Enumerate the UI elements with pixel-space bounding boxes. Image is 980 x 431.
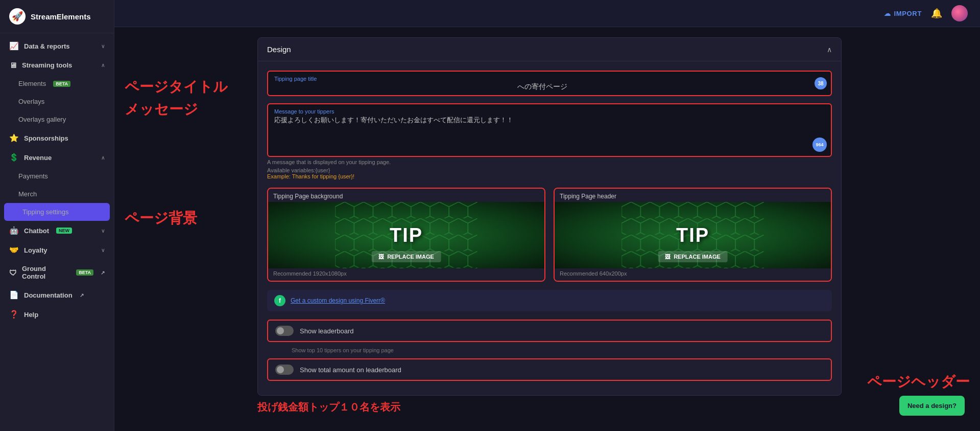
bg-image-card: Tipping Page background: [267, 188, 545, 282]
app-name: StreamElements: [31, 12, 91, 21]
show-leaderboard-row: Show leaderboard Show top 10 tippers on …: [267, 320, 832, 353]
sidebar-item-label: Payments: [18, 172, 48, 180]
sidebar-item-overlays[interactable]: Overlays: [0, 93, 114, 110]
design-section-header: Design ∧: [258, 38, 841, 61]
show-leaderboard-label: Show leaderboard: [300, 327, 354, 335]
replace-image-button-bg[interactable]: 🖼 REPLACE IMAGE: [371, 251, 441, 262]
design-body: Tipping page title 38 Message to your ti…: [258, 61, 841, 395]
show-leaderboard-hint: Show top 10 tippers on your tipping page: [267, 347, 832, 353]
sidebar-item-tipping-settings[interactable]: Tipping settings: [4, 203, 110, 221]
chevron-icon: ∧: [101, 62, 105, 68]
bg-image-preview: TIP 🖼 REPLACE IMAGE: [268, 202, 544, 268]
show-total-row: Show total amount on leaderboard: [267, 358, 832, 381]
page-body: ページタイトル メッセージ ページ背景 Design ∧: [114, 27, 980, 431]
sidebar-item-revenue[interactable]: 💲 Revenue ∧: [0, 148, 114, 167]
streaming-tools-icon: 🖥: [9, 61, 17, 70]
sidebar-item-loyalty[interactable]: 🤝 Loyalty ∨: [0, 240, 114, 260]
external-icon: ↗: [101, 270, 105, 276]
external-icon: ↗: [80, 292, 84, 298]
message-hint1: A message that is displayed on your tipp…: [267, 159, 832, 165]
sidebar-item-sponsorships[interactable]: ⭐ Sponsorships: [0, 128, 114, 148]
sidebar-item-overlays-gallery[interactable]: Overlays gallery: [0, 110, 114, 128]
message-hint2: Available variables:{user}: [267, 167, 832, 173]
sidebar-item-chatbot[interactable]: 🤖 Chatbot NEW ∨: [0, 221, 114, 240]
cloud-upload-icon: ☁: [884, 10, 891, 17]
sidebar-item-label: Documentation: [24, 291, 73, 299]
sidebar-item-label: Ground Control: [22, 265, 69, 280]
header-image-preview: TIP 🖼 REPLACE IMAGE: [555, 202, 831, 268]
topbar: ☁ IMPORT 🔔: [114, 0, 980, 27]
tip-display-bg: TIP: [390, 224, 423, 246]
sidebar-item-label: Loyalty: [24, 246, 47, 254]
collapse-icon[interactable]: ∧: [827, 46, 832, 54]
import-button[interactable]: ☁ IMPORT: [884, 10, 922, 17]
sidebar-item-documentation[interactable]: 📄 Documentation ↗: [0, 285, 114, 305]
tipping-title-input[interactable]: [274, 83, 810, 91]
sidebar: 🚀 StreamElements 📈 Data & reports ∨ 🖥 St…: [0, 0, 114, 431]
toggle-section: Show leaderboard Show top 10 tippers on …: [267, 320, 832, 381]
design-card: Design ∧ Tipping page title 38: [257, 37, 842, 396]
sidebar-item-payments[interactable]: Payments: [0, 167, 114, 185]
content-wrap: ページタイトル メッセージ ページ背景 Design ∧: [114, 27, 980, 396]
show-leaderboard-toggle-row: Show leaderboard: [267, 320, 832, 342]
user-avatar[interactable]: [951, 5, 968, 21]
sidebar-item-label: Chatbot: [24, 227, 49, 235]
show-total-toggle[interactable]: [275, 365, 294, 375]
ground-control-icon: 🛡: [9, 268, 17, 277]
annotation-leaderboard: 投げ銭金額トップ１０名を表示: [257, 401, 400, 413]
sidebar-item-label: Sponsorships: [24, 134, 68, 142]
header-image-card: Tipping Page header: [554, 188, 832, 282]
annotation-message: メッセージ: [125, 101, 252, 118]
main-content: ☁ IMPORT 🔔 ページタイトル メッセージ ページ背景: [114, 0, 980, 431]
message-hint-example: Example: Thanks for tipping {user}!: [267, 173, 832, 179]
bg-card-label: Tipping Page background: [268, 189, 544, 202]
header-card-label: Tipping Page header: [555, 189, 831, 202]
sidebar-item-ground-control[interactable]: 🛡 Ground Control BETA ↗: [0, 260, 114, 285]
sidebar-item-streaming-tools[interactable]: 🖥 Streaming tools ∧: [0, 56, 114, 75]
sidebar-item-label: Merch: [18, 190, 37, 198]
logo-icon: 🚀: [9, 8, 26, 25]
chatbot-icon: 🤖: [9, 226, 19, 235]
tipping-title-field-outlined: Tipping page title 38: [267, 71, 832, 96]
annotation-page-title: ページタイトル: [125, 78, 252, 96]
chevron-icon: ∨: [101, 228, 105, 234]
tipping-title-field-group: Tipping page title 38: [267, 71, 832, 96]
fiverr-link[interactable]: Get a custom design using Fiverr®: [291, 297, 385, 304]
sidebar-item-label: Revenue: [24, 154, 52, 162]
need-design-button[interactable]: Need a design?: [899, 396, 965, 416]
notification-icon[interactable]: 🔔: [931, 8, 942, 19]
sidebar-item-label: Help: [24, 311, 38, 319]
annotation-page-bg: ページ背景: [125, 210, 252, 227]
design-section-title: Design: [267, 45, 291, 54]
image-icon-2: 🖼: [665, 254, 671, 260]
chevron-icon: ∧: [101, 155, 105, 161]
tipping-title-label: Tipping page title: [274, 76, 810, 82]
sidebar-item-label: Tipping settings: [22, 208, 69, 216]
annotation-page-header: ページヘッダー: [867, 373, 970, 391]
sidebar-item-label: Streaming tools: [22, 61, 72, 69]
message-label: Message to your tippers: [274, 108, 810, 115]
help-icon: ❓: [9, 310, 19, 319]
loyalty-icon: 🤝: [9, 245, 19, 255]
chevron-icon: ∨: [101, 43, 105, 49]
sidebar-item-elements[interactable]: Elements BETA: [0, 75, 114, 93]
message-char-count: 964: [812, 138, 827, 152]
sidebar-item-data-reports[interactable]: 📈 Data & reports ∨: [0, 36, 114, 56]
sidebar-item-help[interactable]: ❓ Help: [0, 305, 114, 324]
design-panel: Design ∧ Tipping page title 38: [257, 27, 857, 396]
fiverr-icon: f: [274, 295, 285, 306]
sidebar-item-merch[interactable]: Merch: [0, 185, 114, 203]
message-textarea[interactable]: 応援よろしくお願いします！寄付いただいたお金はすべて配信に還元します！！: [274, 116, 810, 136]
chatbot-badge: NEW: [56, 228, 72, 234]
show-total-label: Show total amount on leaderboard: [300, 366, 401, 374]
show-total-toggle-row: Show total amount on leaderboard: [267, 358, 832, 381]
show-leaderboard-toggle[interactable]: [275, 326, 294, 336]
documentation-icon: 📄: [9, 290, 19, 300]
sidebar-item-label: Overlays gallery: [18, 116, 66, 123]
message-field-group: Message to your tippers 応援よろしくお願いします！寄付い…: [267, 103, 832, 179]
replace-image-button-header[interactable]: 🖼 REPLACE IMAGE: [658, 251, 728, 262]
sidebar-nav: 📈 Data & reports ∨ 🖥 Streaming tools ∧ E…: [0, 33, 114, 327]
sidebar-item-label: Elements: [18, 80, 46, 87]
logo-area: 🚀 StreamElements: [0, 0, 114, 33]
sidebar-item-label: Overlays: [18, 98, 44, 105]
